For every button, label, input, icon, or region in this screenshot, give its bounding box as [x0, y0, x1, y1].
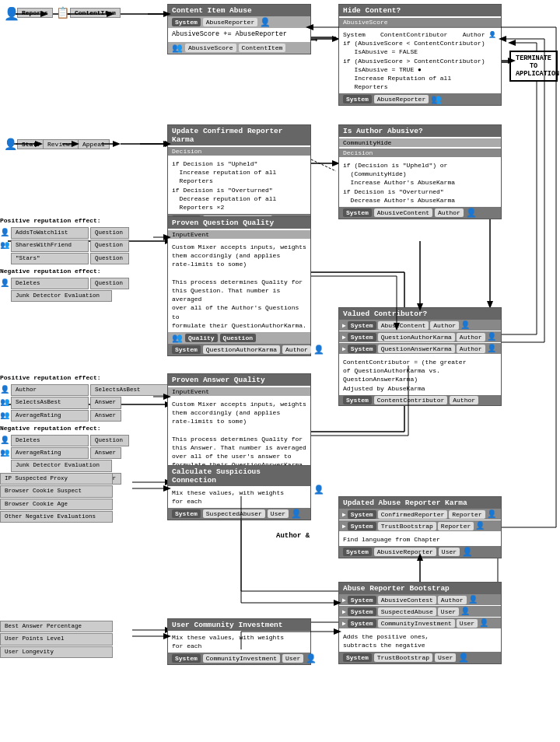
content-item-abuse-box: Content Item Abuse System AbuseReporter …	[167, 4, 311, 54]
cia-body: AbusiveScore += AbuseReporter	[168, 28, 310, 42]
content-item-tag2: ContentItem	[239, 44, 286, 52]
calculate-suspicious-body: Mix these values, with weights for each	[168, 486, 310, 508]
deletes-bar: Deletes	[11, 278, 89, 289]
community-inputs-section: Best Answer Percentage User Points Level…	[0, 621, 113, 659]
answer-bar-4: Answer	[90, 447, 121, 459]
system-tag4: System	[343, 208, 372, 217]
browser-cookie-suspect-bar: Browser Cookie Suspect	[0, 485, 113, 497]
uar-row1: ▶SystemConfirmedReporterReporter👤	[339, 509, 501, 520]
decision-bar2: Decision	[339, 149, 501, 157]
neg-effect-row-2: Junk Detector Evaluation	[0, 290, 129, 302]
positive-label: Positive reputation effect:	[0, 216, 129, 226]
uar-row2: ▶SystemTrustBootstrapReporter👤	[339, 520, 501, 531]
proven-q-footer1: 👥 Quality Question	[168, 332, 310, 344]
user-community-header: User Community Investment	[168, 619, 310, 631]
community-investment-tag: CommunityInvestment	[203, 654, 280, 663]
positive-effects-section: Positive reputation effect: 👤 AddsToWatc…	[0, 216, 129, 303]
author-and-label: Author &	[276, 532, 310, 540]
cia-bottom-footer: 👥 AbusiveScore ContentItem	[168, 42, 310, 54]
other-neg-bar: Other Negative Evaluations	[0, 511, 113, 523]
abusive-content-tag: AbusiveContent	[374, 208, 432, 217]
susp-row-2: Browser Cookie Suspect	[0, 485, 113, 497]
vc-row1: ▶SystemAbuseContentAuthor👤	[339, 320, 501, 331]
user-longevity-bar: User Longevity	[0, 646, 113, 658]
input-event-bar-1: InputEvent	[168, 230, 310, 239]
abuse-reporter-bootstrap-header: Abuse Reporter Bootstrap	[339, 583, 501, 594]
effect-row-1: 👤 AddsToWatchlist Question	[0, 227, 129, 239]
abuse-reporter-tag: AbuseReporter	[203, 18, 257, 26]
comm-row-2: User Points Level	[0, 633, 113, 645]
updated-abuse-reporter-box: Updated Abuse Reporter Karma ▶SystemConf…	[338, 496, 502, 558]
reviews-tag: Reviews	[43, 139, 79, 149]
system-tag7: System	[343, 396, 372, 404]
comm-row-3: User Longevity	[0, 646, 113, 658]
system-tag: System	[172, 18, 201, 26]
system-tag11: System	[343, 653, 372, 662]
system-tag8: System	[172, 509, 201, 518]
abusive-reporter-tag2: AbusiveReporter	[374, 548, 436, 556]
content-item-abuse-header: Content Item Abuse	[168, 5, 310, 16]
user-tag3: User	[439, 548, 460, 556]
stars-bar: "Stars"	[11, 253, 89, 264]
qa-karma-tag: QuestionAuthorKarma	[203, 345, 280, 354]
valued-contributor-body: ContentContributor = (the greater of Que…	[339, 355, 501, 395]
reports-tag: Reports	[17, 8, 53, 18]
hide-content-body: System ContentContributor Author 👤 if (A…	[339, 28, 501, 93]
appeal-tag: Appeal	[78, 139, 110, 149]
proven-answer-body: Custom Mixer accepts inputs, weights the…	[168, 397, 310, 472]
answer-bar-2: Answer	[90, 397, 121, 408]
abuse-reporter-bootstrap-box: Abuse Reporter Bootstrap ▶SystemAbusiveC…	[338, 582, 502, 664]
negative-label: Negative reputation effect:	[0, 267, 129, 276]
abusive-score-tag: AbusiveScore	[185, 44, 236, 52]
update-confirmed-header: Update Confirmed Reporter Karma	[168, 125, 310, 145]
selects-best-bar2: SelectsAsBest	[11, 397, 89, 408]
ip-proxy-bar: IP Suspected Proxy	[0, 473, 113, 485]
arrow-cia-hide: ⟶	[311, 34, 317, 46]
junk-detector-bar: Junk Detector Evaluation	[11, 290, 112, 302]
browser-cookie-age-bar: Browser Cookie Age	[0, 499, 113, 510]
user-tag: User	[268, 509, 289, 518]
valued-contributor-header: Valued Contributor?	[339, 308, 501, 320]
content-item-tag: ContentItem	[70, 8, 121, 18]
proven-question-header: Proven Question Quality	[168, 217, 310, 229]
calculate-suspicious-header: Calculate Suspicious Connection	[168, 466, 310, 486]
effect-row-2: 👥 SharesWithFriend Question	[0, 240, 129, 251]
susp-row-4: Other Negative Evaluations	[0, 511, 113, 523]
question-bar-3: Question	[90, 253, 129, 264]
hide-content-footer: System AbuseReporter 👥	[339, 93, 501, 105]
effect-row-3: "Stars" Question	[0, 253, 129, 264]
content-contributor-tag: ContentContributor	[374, 396, 447, 404]
staff-tag: Staff	[17, 139, 45, 149]
hide-content-box: Hide Content? AbusiveScore System Conten…	[338, 4, 502, 106]
arb-row1: ▶SystemAbusiveContestAuthor👤	[339, 594, 501, 605]
user-points-bar: User Points Level	[0, 633, 113, 645]
terminate-line1: TERMINATE	[516, 54, 551, 62]
system-tag5: System	[172, 345, 201, 354]
decision-bar: Decision	[168, 147, 310, 156]
selects-best-bar: SelectsAsBest	[90, 384, 168, 396]
user-tag4: User	[435, 653, 456, 662]
comm-row-1: Best Answer Percentage	[0, 621, 113, 632]
system-tag2: System	[343, 95, 372, 103]
input-event-bar-2: InputEvent	[168, 387, 310, 396]
junk-detector-bar2: Junk Detector Evaluation	[11, 460, 112, 471]
user-tag2: User	[282, 654, 303, 663]
quality-tag: Quality	[185, 334, 218, 342]
updated-abuse-reporter-footer: System AbusiveReporter User 👤	[339, 546, 501, 558]
abuse-reporter-bootstrap-body: Adds the positive ones, subtracts the ne…	[339, 630, 501, 652]
is-author-abusive-footer: System AbusiveContent Author 👤	[339, 207, 501, 219]
terminate-line2: TO	[516, 62, 551, 70]
question-tag-f: Question	[220, 334, 256, 342]
abusive-score-bar: AbusiveScore	[339, 18, 501, 26]
terminate-box: TERMINATE TO APPLICATION	[509, 51, 558, 82]
system-tag9: System	[172, 654, 201, 663]
update-confirmed-box: Update Confirmed Reporter Karma Decision…	[167, 124, 311, 226]
vc-row3: ▶SystemQuestionAnswerKarmaAuthor👤	[339, 343, 501, 354]
trust-bootstrap-tag: TrustBootstrap	[374, 653, 432, 662]
author-tag2: Author	[282, 345, 311, 354]
author-tag4: Author	[450, 396, 478, 404]
valued-contributor-footer: System ContentContributor Author	[339, 395, 501, 405]
vc-row2: ▶SystemQuestionAuthorKarmaAuthor👤	[339, 331, 501, 342]
question-bar-1: Question	[90, 227, 129, 239]
valued-contributor-box: Valued Contributor? ▶SystemAbuseContentA…	[338, 307, 502, 406]
